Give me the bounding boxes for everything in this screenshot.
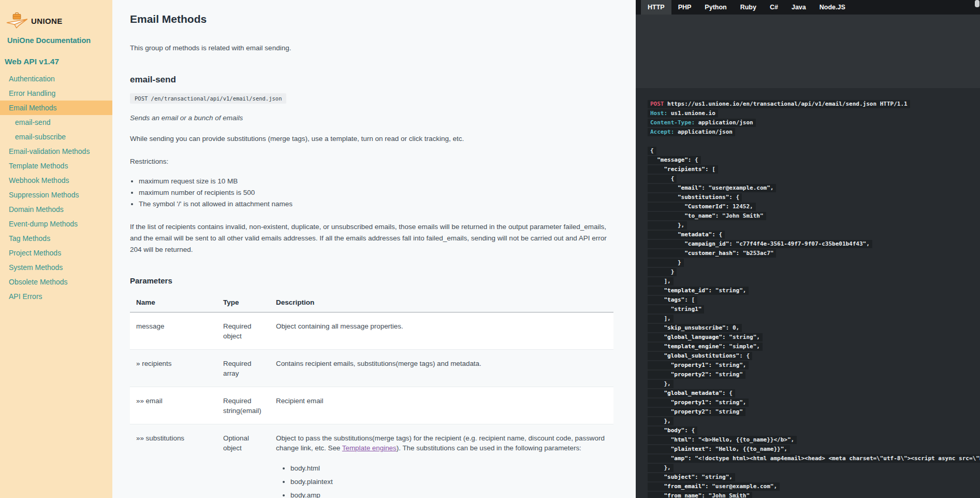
sidebar-item-authentication[interactable]: Authentication [0, 72, 112, 86]
code-line: "to_name": "John Smith" [650, 212, 980, 222]
code-line: "property1": "string", [650, 399, 980, 408]
language-tabbar: HTTPPHPPythonRubyC#JavaNode.JS [636, 0, 980, 15]
col-header-description: Description [270, 293, 613, 312]
method-title: email-send [130, 75, 613, 85]
list-item: maximum number of recipients is 500 [139, 189, 613, 196]
sidebar-section-web-api[interactable]: Web API v1.47 [5, 57, 112, 66]
code-line: "property1": "string", [650, 362, 980, 371]
tab-http[interactable]: HTTP [641, 0, 671, 15]
code-line: "body": { [650, 427, 980, 436]
sidebar-item-system-methods[interactable]: System Methods [0, 260, 112, 275]
sidebar-item-tag-methods[interactable]: Tag Methods [0, 231, 112, 246]
param-description: Recipient email [270, 387, 613, 424]
param-description: Object to pass the substitutions(merge t… [270, 424, 613, 498]
sidebar-item-event-dump-methods[interactable]: Event-dump Methods [0, 217, 112, 231]
main-content: Email Methods This group of methods is r… [112, 0, 636, 498]
scrollbar-thumb[interactable] [975, 0, 979, 7]
code-line: "global_language": "string", [650, 334, 980, 343]
param-type: Required object [217, 312, 270, 350]
template-engines-link[interactable]: Template engines [342, 444, 397, 452]
code-line: "global_substitutions": { [650, 352, 980, 362]
sidebar-item-email-methods[interactable]: Email Methods [0, 101, 112, 115]
tab-python[interactable]: Python [698, 0, 733, 15]
sidebar-item-email-validation-methods[interactable]: Email-validation Methods [0, 144, 112, 159]
code-line: Host: us1.unione.io [650, 110, 980, 119]
doc-home-link[interactable]: UniOne Documentation [7, 36, 112, 45]
param-name: message [130, 312, 217, 350]
code-line: "metadata": { [650, 231, 980, 240]
restrictions-label: Restrictions: [130, 156, 613, 167]
sidebar-item-project-methods[interactable]: Project Methods [0, 246, 112, 260]
sidebar-item-obsolete-methods[interactable]: Obsolete Methods [0, 275, 112, 289]
code-line: "customer_hash": "b253ac7" [650, 250, 980, 259]
param-name: »» email [130, 387, 217, 424]
code-line: }, [650, 464, 980, 474]
code-line: "recipients": [ [650, 166, 980, 175]
sidebar-item-webhook-methods[interactable]: Webhook Methods [0, 173, 112, 188]
code-panel: HTTPPHPPythonRubyC#JavaNode.JS POST http… [636, 0, 980, 498]
code-line: "from_email": "user@example.com", [650, 483, 980, 492]
list-item: maximum request size is 10 MB [139, 178, 613, 185]
table-row: messageRequired objectObject containing … [130, 312, 613, 350]
tab-node-js[interactable]: Node.JS [813, 0, 852, 15]
param-type: Required string(email) [217, 387, 270, 424]
list-item: body.html [290, 463, 608, 473]
list-item: The symbol '/' is not allowed in attachm… [139, 201, 613, 208]
code-line: "global_metadata": { [650, 390, 980, 399]
code-line: "tags": [ [650, 296, 980, 306]
code-line: "amp": "<!doctype html><html amp4email><… [650, 455, 980, 464]
code-line: { [650, 175, 980, 184]
sidebar-nav: AuthenticationError HandlingEmail Method… [0, 72, 112, 304]
code-line: "string1" [650, 306, 980, 315]
code-line: Accept: application/json [650, 129, 980, 138]
tab-c-[interactable]: C# [763, 0, 785, 15]
paragraph-substitutions: While sending you can provide substituti… [130, 133, 613, 145]
code-line: "property2": "string" [650, 408, 980, 418]
code-line: POST https://us1.unione.io/en/transactio… [650, 101, 980, 110]
parameters-table: Name Type Description messageRequired ob… [130, 293, 613, 498]
code-line: { [650, 147, 980, 156]
code-line: } [650, 268, 980, 278]
code-line: ], [650, 315, 980, 324]
code-line: "message": { [650, 156, 980, 166]
list-item: body.plaintext [290, 477, 608, 487]
table-row: »» substitutionsOptional objectObject to… [130, 424, 613, 498]
parameters-title: Parameters [130, 276, 613, 285]
sidebar-item-template-methods[interactable]: Template Methods [0, 159, 112, 173]
code-line: "template_id": "string", [650, 287, 980, 296]
code-line: "subject": "string", [650, 474, 980, 483]
logo-text: UNIONE [31, 17, 63, 25]
sidebar-item-email-send[interactable]: email-send [0, 115, 112, 130]
intro-paragraph: This group of methods is related with em… [130, 42, 613, 54]
paper-plane-logo-icon [6, 12, 29, 29]
logo[interactable]: UNIONE [6, 12, 112, 29]
http-request-code: POST https://us1.unione.io/en/transactio… [636, 88, 980, 498]
code-line: "template_engine": "simple", [650, 343, 980, 352]
code-line [650, 138, 980, 147]
sidebar-item-suppression-methods[interactable]: Suppression Methods [0, 188, 112, 202]
sidebar-item-email-subscribe[interactable]: email-subscribe [0, 130, 112, 144]
code-line: ], [650, 278, 980, 287]
sidebar-item-error-handling[interactable]: Error Handling [0, 86, 112, 101]
tab-php[interactable]: PHP [671, 0, 698, 15]
table-row: » recipientsRequired arrayContains recip… [130, 350, 613, 387]
tab-ruby[interactable]: Ruby [734, 0, 763, 15]
sidebar-item-domain-methods[interactable]: Domain Methods [0, 202, 112, 217]
method-summary: Sends an email or a bunch of emails [130, 114, 613, 122]
param-name: » recipients [130, 350, 217, 387]
code-line: "plaintext": "Hello, {{to_name}}", [650, 446, 980, 455]
col-header-type: Type [217, 293, 270, 312]
list-item: body.amp [290, 490, 608, 498]
code-line: }, [650, 418, 980, 427]
code-scroll-area: POST https://us1.unione.io/en/transactio… [636, 15, 980, 498]
sidebar-item-api-errors[interactable]: API Errors [0, 289, 112, 304]
restrictions-list: maximum request size is 10 MBmaximum num… [139, 178, 613, 208]
param-type: Required array [217, 350, 270, 387]
tab-java[interactable]: Java [785, 0, 813, 15]
param-type: Optional object [217, 424, 270, 498]
parameters-table-body: messageRequired objectObject containing … [130, 312, 613, 498]
code-line: Content-Type: application/json [650, 119, 980, 129]
param-description: Object containing all message properties… [270, 312, 613, 350]
code-line: } [650, 259, 980, 268]
paragraph-failed-emails: If the list of recipients contains inval… [130, 221, 613, 255]
